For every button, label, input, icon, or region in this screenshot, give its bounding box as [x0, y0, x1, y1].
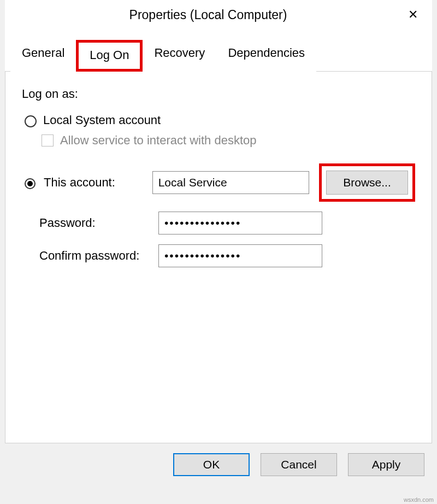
allow-interact-row: Allow service to interact with desktop [39, 133, 415, 148]
local-system-row: Local System account [22, 113, 415, 127]
confirm-password-row: Confirm password: [22, 244, 415, 267]
tab-content: Log on as: Local System account Allow se… [5, 72, 432, 443]
this-account-row: This account: Browse... [22, 163, 415, 202]
tab-recovery[interactable]: Recovery [143, 40, 216, 72]
password-input[interactable] [158, 212, 322, 235]
tab-log-on[interactable]: Log On [76, 40, 143, 72]
confirm-password-label: Confirm password: [22, 249, 158, 263]
allow-interact-label: Allow service to interact with desktop [60, 133, 257, 148]
local-system-label: Local System account [43, 113, 161, 127]
apply-button[interactable]: Apply [348, 453, 424, 476]
tab-strip: General Log On Recovery Dependencies [5, 39, 432, 72]
close-icon: ✕ [408, 8, 418, 21]
cancel-button[interactable]: Cancel [261, 453, 337, 476]
password-label: Password: [22, 216, 158, 230]
browse-button[interactable]: Browse... [326, 171, 408, 195]
this-account-label: This account: [44, 175, 115, 190]
titlebar: Properties (Local Computer) ✕ [5, 0, 432, 30]
account-input[interactable] [152, 171, 309, 194]
password-row: Password: [22, 212, 415, 235]
allow-interact-checkbox [42, 134, 54, 146]
ok-button[interactable]: OK [173, 453, 250, 476]
watermark: wsxdn.com [404, 496, 434, 503]
browse-highlight: Browse... [319, 163, 415, 202]
this-account-radio[interactable] [25, 178, 36, 189]
confirm-password-input[interactable] [158, 244, 322, 267]
dialog-button-bar: OK Cancel Apply [5, 443, 432, 486]
properties-dialog: Properties (Local Computer) ✕ General Lo… [5, 0, 432, 486]
logon-as-label: Log on as: [22, 87, 415, 101]
dialog-title: Properties (Local Computer) [14, 8, 403, 22]
tab-general[interactable]: General [10, 40, 76, 72]
local-system-radio[interactable] [25, 115, 37, 127]
tab-dependencies[interactable]: Dependencies [216, 40, 316, 72]
close-button[interactable]: ✕ [403, 7, 423, 23]
